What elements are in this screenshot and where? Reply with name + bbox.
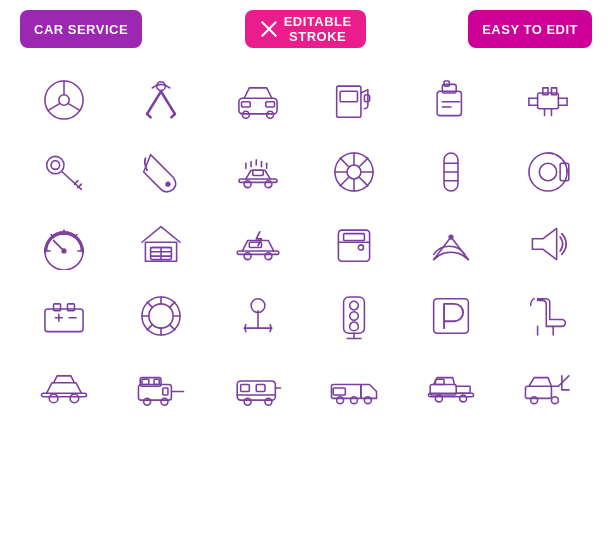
svg-rect-42: [252, 170, 262, 175]
svg-point-89: [448, 234, 453, 239]
svg-point-109: [350, 301, 359, 310]
icon-wheel: [306, 136, 403, 208]
svg-point-9: [157, 82, 166, 91]
svg-point-111: [350, 322, 359, 331]
svg-line-5: [49, 104, 60, 111]
svg-line-6: [69, 104, 80, 111]
icon-steering-wheel: [16, 64, 113, 136]
icon-brake-disc: [499, 136, 596, 208]
svg-point-36: [47, 156, 64, 173]
wrench-cross-icon: [259, 19, 279, 39]
svg-point-110: [350, 312, 359, 321]
svg-point-86: [359, 245, 364, 250]
svg-rect-20: [437, 91, 461, 115]
svg-line-102: [147, 302, 152, 307]
icon-pickup-truck: [403, 352, 500, 424]
icon-truck: [306, 352, 403, 424]
svg-point-118: [70, 394, 79, 403]
icon-gearbox: [113, 280, 210, 352]
svg-rect-22: [444, 81, 449, 86]
icon-traffic-light: [306, 280, 403, 352]
icon-sedan-car: [16, 352, 113, 424]
svg-rect-13: [241, 102, 250, 107]
icon-oil-drop: [113, 136, 210, 208]
svg-line-58: [360, 158, 369, 167]
icon-windshield-wiper: [403, 208, 500, 280]
svg-point-117: [50, 394, 59, 403]
badge-editable-stroke: EDITABLE STROKE: [245, 10, 366, 48]
icon-car-door: [306, 208, 403, 280]
icon-tire: [403, 136, 500, 208]
svg-rect-14: [265, 102, 274, 107]
svg-point-3: [59, 95, 69, 105]
svg-point-69: [62, 248, 67, 253]
svg-line-56: [340, 158, 349, 167]
svg-point-65: [539, 163, 556, 180]
svg-line-104: [170, 302, 175, 307]
svg-rect-19: [365, 95, 370, 102]
svg-point-64: [529, 153, 567, 191]
svg-rect-123: [163, 388, 168, 395]
icon-car-horn: [499, 208, 596, 280]
icon-car-wash: [209, 136, 306, 208]
icon-tow-truck: [499, 352, 596, 424]
svg-rect-135: [334, 388, 346, 395]
svg-rect-143: [525, 386, 551, 398]
svg-rect-128: [240, 385, 249, 392]
svg-line-11: [171, 114, 174, 117]
icon-rv-caravan: [113, 352, 210, 424]
svg-line-59: [340, 177, 349, 186]
icon-caravan: [209, 352, 306, 424]
icon-tools: [113, 64, 210, 136]
badge-easy-label: EASY TO EDIT: [482, 22, 578, 37]
svg-point-41: [165, 182, 170, 187]
svg-line-105: [147, 325, 152, 330]
svg-point-16: [266, 111, 273, 118]
badge-stroke-label: STROKE: [284, 29, 352, 44]
badge-editable-label: EDITABLE: [284, 14, 352, 29]
icon-car-key: [16, 136, 113, 208]
svg-line-10: [147, 114, 150, 117]
icons-grid: [0, 54, 612, 434]
svg-rect-108: [344, 297, 365, 333]
icon-electric-car: [209, 208, 306, 280]
svg-point-145: [551, 397, 558, 404]
svg-rect-129: [256, 385, 265, 392]
svg-rect-122: [154, 379, 159, 384]
badge-car-service-label: CAR SERVICE: [34, 22, 128, 37]
svg-rect-134: [332, 385, 361, 399]
badge-easy-to-edit: EASY TO EDIT: [468, 10, 592, 48]
icon-speedometer: [16, 208, 113, 280]
svg-line-57: [360, 177, 369, 186]
icon-car-seat: [499, 280, 596, 352]
svg-line-8: [161, 91, 175, 114]
svg-line-7: [147, 91, 161, 114]
badge-car-service: CAR SERVICE: [20, 10, 142, 48]
icon-gear-shift: [209, 280, 306, 352]
svg-point-37: [51, 161, 60, 170]
icon-battery: [16, 280, 113, 352]
icon-fuel-canister: [403, 64, 500, 136]
svg-line-88: [451, 237, 468, 260]
header: CAR SERVICE EDITABLE STROKE EASY TO EDIT: [0, 0, 612, 54]
svg-rect-18: [340, 91, 357, 101]
svg-line-87: [434, 237, 451, 260]
svg-rect-121: [142, 379, 149, 384]
icon-parking: [403, 280, 500, 352]
icon-gas-station: [306, 64, 403, 136]
svg-line-103: [170, 325, 175, 330]
svg-point-15: [242, 111, 249, 118]
svg-rect-90: [45, 309, 83, 332]
icon-garage: [113, 208, 210, 280]
svg-rect-85: [344, 234, 365, 241]
icon-engine: [499, 64, 596, 136]
icon-car-front: [209, 64, 306, 136]
